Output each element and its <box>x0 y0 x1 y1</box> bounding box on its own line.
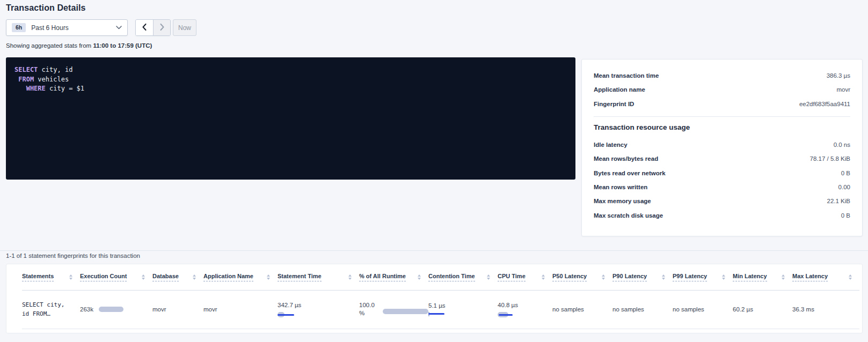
time-range-label: Past 6 Hours <box>31 24 68 32</box>
chevron-right-icon <box>160 24 164 32</box>
column-header-execution-count[interactable]: Execution Count <box>80 273 127 281</box>
table-row: SELECT city, id FROM… 263k movr movr 342… <box>22 290 859 329</box>
column-header-application-name[interactable]: Application Name <box>203 273 253 281</box>
min-latency-value: 60.2 µs <box>733 306 753 313</box>
execution-count-bar <box>99 307 123 312</box>
summary-value: 0 B <box>841 170 850 176</box>
summary-label: Mean rows written <box>594 184 647 190</box>
column-header-statements[interactable]: Statements <box>22 273 54 281</box>
application-name-value: movr <box>203 306 217 313</box>
column-header-p90-latency[interactable]: P90 Latency <box>612 273 647 281</box>
sql-keyword: FROM <box>14 76 34 83</box>
summary-row: Mean rows/bytes read 78.17 / 5.8 KiB <box>594 152 850 166</box>
next-time-button[interactable] <box>153 20 170 35</box>
column-header-database[interactable]: Database <box>152 273 179 281</box>
sql-text: city = $1 <box>46 85 84 92</box>
summary-label: Max scratch disk usage <box>594 212 663 219</box>
summary-row: Bytes read over network 0 B <box>594 166 850 180</box>
sort-icon[interactable] <box>348 274 352 280</box>
sort-icon[interactable] <box>487 274 490 280</box>
execution-count-value: 263k <box>80 306 93 313</box>
aggregation-range-value: 11:00 to 17:59 (UTC) <box>93 42 152 49</box>
summary-label: Bytes read over network <box>594 170 666 176</box>
p50-latency-value: no samples <box>552 306 584 313</box>
column-header-statement-time[interactable]: Statement Time <box>278 273 322 281</box>
sort-icon[interactable] <box>267 274 270 280</box>
sort-icon[interactable] <box>662 274 665 280</box>
statements-table-card: Statements Execution Count Database Appl… <box>6 264 863 333</box>
cpu-time-bar <box>498 312 514 317</box>
sql-text: city, id <box>38 66 72 73</box>
summary-value: ee2df683f5aa9411 <box>799 101 850 107</box>
statement-link[interactable]: SELECT city, id FROM… <box>22 300 71 318</box>
sort-icon[interactable] <box>602 274 605 280</box>
summary-label: Mean rows/bytes read <box>594 155 658 162</box>
summary-row: Application name movr <box>594 83 850 96</box>
column-header-p50-latency[interactable]: P50 Latency <box>552 273 587 281</box>
summary-value: 0 B <box>841 212 850 219</box>
column-header-min-latency[interactable]: Min Latency <box>733 273 767 281</box>
summary-value: 386.3 µs <box>827 72 850 79</box>
summary-label: Max memory usage <box>594 198 651 204</box>
resource-usage-heading: Transaction resource usage <box>594 123 850 131</box>
summary-row: Max memory usage 22.1 KiB <box>594 194 850 208</box>
now-button[interactable]: Now <box>173 19 196 36</box>
summary-label: Idle latency <box>594 142 628 148</box>
statements-table: Statements Execution Count Database Appl… <box>22 264 859 329</box>
prev-time-button[interactable] <box>136 20 153 35</box>
database-value: movr <box>152 306 166 313</box>
sql-statement-box: SELECT city, id FROM vehicles WHERE city… <box>6 57 575 180</box>
sort-icon[interactable] <box>722 274 725 280</box>
statement-time-bar <box>278 312 296 317</box>
table-header-row: Statements Execution Count Database Appl… <box>22 264 859 290</box>
column-header-max-latency[interactable]: Max Latency <box>792 273 828 281</box>
column-header-cpu-time[interactable]: CPU Time <box>498 273 526 281</box>
summary-label: Fingerprint ID <box>594 101 634 107</box>
sql-keyword: SELECT <box>14 66 38 73</box>
max-latency-value: 36.3 ms <box>792 306 814 313</box>
sort-icon[interactable] <box>69 274 72 280</box>
section-divider <box>0 250 868 251</box>
sort-icon[interactable] <box>849 274 852 280</box>
time-range-dropdown[interactable]: 6h Past 6 Hours <box>6 19 128 36</box>
summary-value: 0.0 ns <box>834 142 850 148</box>
sort-icon[interactable] <box>193 274 196 280</box>
cpu-time-value: 40.8 µs <box>498 301 523 309</box>
sort-icon[interactable] <box>782 274 785 280</box>
chevron-down-icon <box>116 26 122 29</box>
summary-row: Max scratch disk usage 0 B <box>594 208 850 222</box>
summary-value: 22.1 KiB <box>827 198 850 204</box>
contention-time-value: 5.1 µs <box>428 302 446 309</box>
page-title: Transaction Details <box>6 3 86 13</box>
aggregation-range-text: Showing aggregated stats from 11:00 to 1… <box>6 42 152 49</box>
sql-keyword: WHERE <box>14 85 46 92</box>
pct-runtime-bar <box>383 309 428 314</box>
chevron-left-icon <box>142 24 147 32</box>
p99-latency-value: no samples <box>673 306 704 313</box>
sort-icon[interactable] <box>418 274 421 280</box>
summary-divider <box>594 116 850 117</box>
contention-time-bar <box>428 311 446 317</box>
sql-statement-text: SELECT city, id FROM vehicles WHERE city… <box>6 57 575 94</box>
summary-value: 78.17 / 5.8 KiB <box>810 155 850 162</box>
transaction-details-page: Transaction Details 6h Past 6 Hours Now … <box>0 0 868 342</box>
sql-text: vehicles <box>34 76 69 83</box>
column-header-pct-runtime[interactable]: % of All Runtime <box>359 273 406 281</box>
sort-icon[interactable] <box>142 274 145 280</box>
p90-latency-value: no samples <box>612 306 644 313</box>
time-nav-group <box>135 19 171 36</box>
statement-time-value: 342.7 µs <box>278 301 303 309</box>
time-range-badge: 6h <box>12 23 26 32</box>
column-header-contention-time[interactable]: Contention Time <box>428 273 475 281</box>
transaction-summary-card: Mean transaction time 386.3 µs Applicati… <box>581 59 863 236</box>
aggregation-range-prefix: Showing aggregated stats from <box>6 42 93 49</box>
summary-row: Mean rows written 0.00 <box>594 180 850 194</box>
statement-count-text: 1-1 of 1 statement fingerprints for this… <box>6 252 140 259</box>
summary-value: movr <box>836 86 850 93</box>
summary-label: Application name <box>594 86 645 93</box>
summary-row: Fingerprint ID ee2df683f5aa9411 <box>594 97 850 111</box>
summary-value: 0.00 <box>838 184 850 190</box>
sort-icon[interactable] <box>542 274 545 280</box>
pct-runtime-value: 100.0 % <box>359 301 378 317</box>
column-header-p99-latency[interactable]: P99 Latency <box>673 273 707 281</box>
